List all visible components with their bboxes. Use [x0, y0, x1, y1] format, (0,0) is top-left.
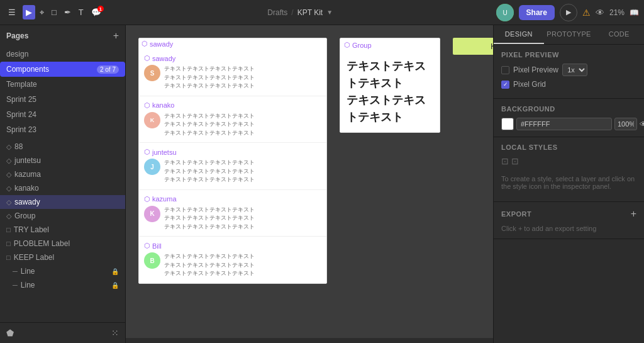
person-card-juntetsu: ⬡ juntetsu J テキストテキストテキストテキストテキストテキストテキス… — [139, 143, 326, 190]
person-name-bill: ⬡ Bill — [144, 242, 321, 250]
background-color-row: 👁 — [501, 118, 636, 130]
page-item-sprint25[interactable]: Sprint 25 — [0, 92, 125, 107]
background-visibility-toggle[interactable]: 👁 — [640, 120, 644, 129]
line-icon: ─ — [13, 267, 18, 275]
component-icon: ⬡ — [344, 41, 350, 49]
local-styles-title: LOCAL STYLES — [501, 143, 636, 151]
layer-problem-label[interactable]: □ PLOBLEM Label — [0, 237, 125, 250]
frame-group[interactable]: ⬡ Group テキストテキストテキストテキストテキストテキスト — [340, 38, 440, 133]
person-name-juntetsu: ⬡ juntetsu — [144, 148, 321, 156]
background-title: BACKGROUND — [501, 105, 636, 113]
share-button[interactable]: Share — [519, 5, 555, 20]
tab-design[interactable]: DESIGN — [494, 25, 544, 44]
layer-kazuma[interactable]: ◇ kazuma — [0, 167, 125, 181]
layer-label: Line — [21, 281, 35, 290]
layer-juntetsu[interactable]: ◇ juntetsu — [0, 154, 125, 167]
svg-text:U: U — [502, 9, 507, 16]
comment-tool[interactable]: 💬 1 — [88, 5, 104, 20]
page-item-design[interactable]: design — [0, 47, 125, 62]
pixel-preview-section: PIXEL PREVIEW Pixel Preview 1x 2x ✓ Pixe… — [494, 45, 644, 99]
breadcrumb-drafts: Drafts — [267, 8, 287, 17]
layer-label: KEEP Label — [14, 253, 55, 262]
local-styles-section: LOCAL STYLES ⊡ ⊡ To create a style, sele… — [494, 137, 644, 202]
layer-label: 88 — [14, 142, 23, 151]
grid-icon-button[interactable]: ⁙ — [111, 328, 119, 338]
scale-tool[interactable]: ⌖ — [36, 5, 47, 20]
group-title: ⬡ Group — [340, 38, 440, 52]
layer-sawady[interactable]: ◇ sawady — [0, 195, 125, 209]
keep-label-frame[interactable]: KEEP — [453, 38, 493, 55]
background-color-input[interactable] — [516, 118, 612, 130]
person-row-kazuma: K テキストテキストテキストテキストテキストテキストテキストテキストテキストテキ… — [144, 206, 321, 232]
layer-label: kazuma — [14, 170, 41, 179]
page-item-template[interactable]: Template — [0, 77, 125, 92]
frame-sawady-label: ⬡ sawady — [139, 38, 326, 49]
person-row-kanako: K テキストテキストテキストテキストテキストテキストテキストテキストテキストテキ… — [144, 112, 321, 138]
text-tool[interactable]: T — [75, 5, 87, 20]
person-text-bill: テキストテキストテキストテキストテキストテキストテキストテキストテキストテキスト… — [164, 252, 255, 278]
layer-group[interactable]: ◇ Group — [0, 209, 125, 223]
background-opacity-input[interactable] — [614, 118, 637, 130]
frame-tool[interactable]: □ — [48, 5, 60, 20]
pixel-preview-select[interactable]: 1x 2x — [562, 64, 587, 76]
layer-88[interactable]: ◇ 88 — [0, 140, 125, 154]
pixel-preview-title: PIXEL PREVIEW — [501, 51, 636, 59]
page-item-sprint23[interactable]: Sprint 23 — [0, 122, 125, 137]
page-item-components[interactable]: Components 2 of 7 — [0, 62, 125, 77]
layer-line2[interactable]: ─ Line 🔒 — [0, 278, 125, 292]
topbar-right: U Share ▶ ⚠ 👁 21% 📖 — [496, 4, 639, 21]
pages-header: Pages + — [0, 25, 125, 47]
avatar-juntetsu: J — [144, 159, 160, 175]
layer-label: kanako — [14, 184, 39, 193]
frame-sawady[interactable]: ⬡ sawady ⬡ sawady S テキストテキストテキストテキストテキスト… — [138, 38, 327, 284]
component-icon: ⬡ — [144, 242, 150, 250]
pen-tool[interactable]: ✒ — [61, 5, 74, 20]
topbar-center: Drafts / KPT Kit ▼ — [108, 8, 492, 17]
chevron-down-icon[interactable]: ▼ — [326, 9, 333, 16]
person-card-kazuma: ⬡ kazuma K テキストテキストテキストテキストテキストテキストテキストテ… — [139, 190, 326, 237]
add-page-button[interactable]: + — [113, 30, 119, 42]
move-tool[interactable]: ▶ — [23, 5, 35, 20]
person-text-kanako: テキストテキストテキストテキストテキストテキストテキストテキストテキストテキスト… — [164, 112, 255, 138]
layer-label: TRY Label — [14, 225, 49, 234]
person-name-kanako: ⬡ kanako — [144, 101, 321, 110]
add-export-button[interactable]: + — [631, 208, 636, 220]
component-icon: ◇ — [6, 157, 11, 165]
play-button[interactable]: ▶ — [560, 4, 577, 21]
frame-icon: □ — [6, 254, 11, 261]
pixel-preview-checkbox[interactable] — [501, 66, 509, 74]
line-icon: ─ — [13, 281, 18, 289]
component-icon-button[interactable]: ⬟ — [6, 328, 14, 338]
background-section: BACKGROUND 👁 — [494, 99, 644, 137]
layer-kanako[interactable]: ◇ kanako — [0, 181, 125, 195]
person-card-bill: ⬡ Bill B テキストテキストテキストテキストテキストテキストテキストテキス… — [139, 237, 326, 283]
page-item-sprint24[interactable]: Sprint 24 — [0, 107, 125, 122]
canvas-area[interactable]: ⬡ sawady ⬡ sawady S テキストテキストテキストテキストテキスト… — [126, 25, 493, 343]
avatar-kanako: K — [144, 112, 160, 128]
layer-keep-label[interactable]: □ KEEP Label — [0, 250, 125, 264]
project-name[interactable]: KPT Kit — [297, 8, 323, 17]
avatar[interactable]: U — [496, 4, 514, 21]
layer-label: Line — [21, 267, 35, 276]
frame-icon: □ — [6, 226, 11, 233]
export-title: EXPORT + — [501, 208, 636, 220]
color-swatch[interactable] — [501, 118, 514, 130]
layer-line1[interactable]: ─ Line 🔒 — [0, 264, 125, 278]
export-section: EXPORT + Click + to add an export settin… — [494, 202, 644, 239]
menu-icon[interactable]: ☰ — [5, 5, 19, 20]
component-icon: ⬡ — [144, 195, 150, 203]
book-icon[interactable]: 📖 — [630, 8, 639, 17]
export-hint: Click + to add an export setting — [501, 225, 636, 232]
eye-icon[interactable]: 👁 — [596, 8, 604, 18]
warning-icon: ⚠ — [582, 8, 591, 18]
tab-prototype[interactable]: PROTOTYPE — [544, 25, 594, 44]
pixel-grid-checkbox[interactable]: ✓ — [501, 81, 509, 89]
component-icon: ◇ — [6, 212, 11, 220]
component-icon: ◇ — [6, 198, 11, 206]
avatar-sawady: S — [144, 65, 160, 81]
group-title-text: Group — [352, 42, 372, 49]
layer-try-label[interactable]: □ TRY Label — [0, 223, 125, 237]
topbar-tools: ▶ ⌖ □ ✒ T 💬 1 — [23, 5, 104, 20]
tab-code[interactable]: CODE — [594, 25, 644, 44]
left-sidebar: Pages + design Components 2 of 7 Templat… — [0, 25, 126, 343]
